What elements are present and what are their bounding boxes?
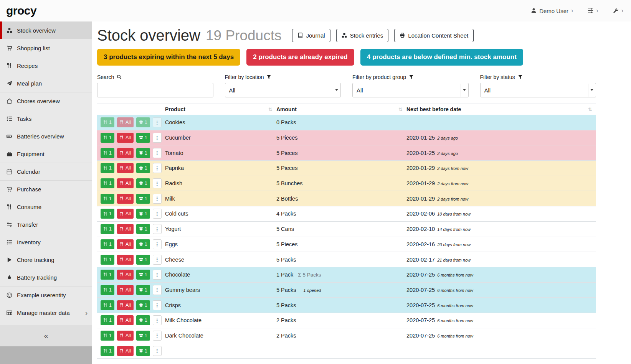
date-value: 2020-01-25 <box>406 150 435 156</box>
consume-one-button[interactable]: 1 <box>101 133 114 143</box>
status-filter-select[interactable]: All <box>480 83 596 97</box>
consume-all-button[interactable]: All <box>117 209 134 219</box>
consume-all-button[interactable]: All <box>117 148 134 158</box>
open-one-button[interactable]: 1 <box>136 270 150 280</box>
row-menu-button[interactable]: ⋮ <box>153 163 162 173</box>
sidebar-item-equipment[interactable]: Equipment <box>0 145 92 163</box>
row-menu-button[interactable]: ⋮ <box>153 285 162 295</box>
consume-one-button[interactable]: 1 <box>101 148 114 158</box>
sidebar-item-chore-tracking[interactable]: Chore tracking <box>0 251 92 268</box>
sidebar-item-calendar[interactable]: Calendar <box>0 163 92 180</box>
consume-all-button[interactable]: All <box>117 331 134 341</box>
row-menu-button[interactable]: ⋮ <box>153 209 162 219</box>
sidebar-item-manage-master-data[interactable]: Manage master data › <box>0 304 92 321</box>
sidebar-item-tasks[interactable]: Tasks <box>0 110 92 127</box>
open-one-button[interactable]: 1 <box>136 300 150 310</box>
consume-one-button[interactable]: 1 <box>101 331 114 341</box>
sidebar-item-inventory[interactable]: Inventory <box>0 233 92 251</box>
open-one-button[interactable]: 1 <box>136 163 150 173</box>
row-menu-button[interactable]: ⋮ <box>153 331 162 341</box>
location-filter-select[interactable]: All <box>225 83 341 97</box>
consume-all-button[interactable]: All <box>117 315 134 325</box>
sidebar-item-chores-overview[interactable]: Chores overview <box>0 92 92 110</box>
sidebar-item-meal-plan[interactable]: Meal plan <box>0 74 92 92</box>
row-menu-button[interactable]: ⋮ <box>153 117 162 127</box>
consume-all-button[interactable]: All <box>117 255 134 265</box>
row-menu-button[interactable]: ⋮ <box>153 148 162 158</box>
consume-one-button[interactable]: 1 <box>101 255 114 265</box>
consume-one-button[interactable]: 1 <box>101 194 114 204</box>
search-input[interactable] <box>97 83 213 97</box>
row-menu-button[interactable]: ⋮ <box>153 255 162 265</box>
sidebar-item-battery-tracking[interactable]: Battery tracking <box>0 268 92 286</box>
row-menu-button[interactable]: ⋮ <box>153 133 162 143</box>
expired-alert[interactable]: 2 products are already expired <box>246 49 354 66</box>
consume-one-button[interactable]: 1 <box>101 346 114 356</box>
row-menu-button[interactable]: ⋮ <box>153 270 162 280</box>
open-one-button[interactable]: 1 <box>136 178 150 188</box>
sidebar-item-recipes[interactable]: Recipes <box>0 57 92 74</box>
open-one-button[interactable]: 1 <box>136 148 150 158</box>
consume-one-button[interactable]: 1 <box>101 315 114 325</box>
below-min-stock-alert[interactable]: 4 products are below defined min. stock … <box>360 49 523 66</box>
consume-one-button[interactable]: 1 <box>101 285 114 295</box>
consume-one-button[interactable]: 1 <box>101 270 114 280</box>
consume-one-button[interactable]: 1 <box>101 117 114 127</box>
open-one-button[interactable]: 1 <box>136 209 150 219</box>
sidebar-item-transfer[interactable]: Transfer <box>0 216 92 233</box>
sidebar-item-batteries-overview[interactable]: Batteries overview <box>0 127 92 145</box>
row-menu-button[interactable]: ⋮ <box>153 315 162 325</box>
open-one-button[interactable]: 1 <box>136 224 150 234</box>
consume-one-button[interactable]: 1 <box>101 300 114 310</box>
consume-all-button[interactable]: All <box>117 346 134 356</box>
user-menu[interactable]: Demo User › <box>531 8 573 14</box>
column-header-product[interactable]: Product ⇅ <box>165 106 276 112</box>
product-group-filter-select[interactable]: All <box>352 83 469 97</box>
open-one-button[interactable]: 1 <box>136 255 150 265</box>
consume-all-button[interactable]: All <box>117 224 134 234</box>
open-one-button[interactable]: 1 <box>136 346 150 356</box>
consume-all-button[interactable]: All <box>117 270 134 280</box>
open-one-button[interactable]: 1 <box>136 285 150 295</box>
column-header-amount[interactable]: Amount ⇅ <box>276 106 406 112</box>
consume-one-button[interactable]: 1 <box>101 178 114 188</box>
open-one-button[interactable]: 1 <box>136 239 150 249</box>
open-one-button[interactable]: 1 <box>136 331 150 341</box>
expiring-alert[interactable]: 3 products expiring within the next 5 da… <box>97 49 240 66</box>
open-one-button[interactable]: 1 <box>136 315 150 325</box>
sidebar-collapse-button[interactable]: « <box>0 325 92 346</box>
journal-button[interactable]: Journal <box>292 29 330 42</box>
open-one-button[interactable]: 1 <box>136 133 150 143</box>
sidebar-item-example-userentity[interactable]: Example userentity <box>0 286 92 304</box>
row-menu-button[interactable]: ⋮ <box>153 178 162 188</box>
consume-one-button[interactable]: 1 <box>101 239 114 249</box>
sidebar-item-purchase[interactable]: Purchase <box>0 180 92 198</box>
consume-all-button[interactable]: All <box>117 285 134 295</box>
open-one-button[interactable]: 1 <box>136 194 150 204</box>
consume-all-button[interactable]: All <box>117 300 134 310</box>
consume-all-button[interactable]: All <box>117 117 134 127</box>
row-menu-button[interactable]: ⋮ <box>153 239 162 249</box>
consume-all-button[interactable]: All <box>117 239 134 249</box>
row-menu-button[interactable]: ⋮ <box>153 194 162 204</box>
consume-one-button[interactable]: 1 <box>101 224 114 234</box>
row-menu-button[interactable]: ⋮ <box>153 224 162 234</box>
admin-menu[interactable]: › <box>613 8 623 14</box>
exchange-icon <box>6 222 13 227</box>
consume-one-button[interactable]: 1 <box>101 209 114 219</box>
consume-all-button[interactable]: All <box>117 194 134 204</box>
stock-entries-button[interactable]: Stock entries <box>336 29 389 42</box>
consume-one-button[interactable]: 1 <box>101 163 114 173</box>
consume-all-button[interactable]: All <box>117 163 134 173</box>
open-one-button[interactable]: 1 <box>136 117 150 127</box>
sidebar-item-shopping-list[interactable]: Shopping list <box>0 39 92 57</box>
sidebar-item-stock-overview[interactable]: Stock overview <box>0 21 92 39</box>
sidebar-item-consume[interactable]: Consume <box>0 198 92 216</box>
column-header-best-before[interactable]: Next best before date ⇅ <box>406 106 596 112</box>
settings-menu[interactable]: › <box>588 8 598 14</box>
row-menu-button[interactable]: ⋮ <box>153 300 162 310</box>
consume-all-button[interactable]: All <box>117 133 134 143</box>
consume-all-button[interactable]: All <box>117 178 134 188</box>
location-content-sheet-button[interactable]: Location Content Sheet <box>394 29 474 42</box>
row-menu-button[interactable]: ⋮ <box>153 346 162 356</box>
